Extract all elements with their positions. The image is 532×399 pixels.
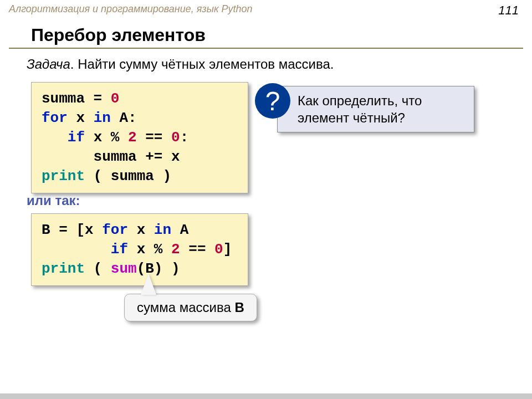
page-number: 111: [498, 3, 519, 18]
header-course: Алгоритмизация и программирование, язык …: [0, 0, 532, 15]
question-mark-icon: ?: [255, 83, 290, 119]
question-line-1: Как определить, что: [298, 93, 422, 108]
question-callout: Как определить, что элемент чётный?: [277, 86, 474, 132]
or-so-label: или так:: [27, 193, 80, 208]
task-label: Задача: [27, 57, 70, 71]
question-line-2: элемент чётный?: [298, 110, 405, 125]
callout-tail-icon: [141, 274, 156, 295]
callout-text: сумма массива: [137, 300, 235, 315]
slide: Алгоритмизация и программирование, язык …: [0, 0, 532, 393]
code-block-1: summa = 0 for x in A: if x % 2 == 0: sum…: [31, 82, 248, 193]
task-line: Задача. Найти сумму чётных элементов мас…: [0, 49, 532, 72]
slide-title: Перебор элементов: [9, 15, 523, 49]
task-text: . Найти сумму чётных элементов массива.: [70, 57, 334, 71]
callout-box: сумма массива B: [124, 294, 257, 321]
callout-var: B: [235, 300, 244, 315]
code-block-2: B = [x for x in A if x % 2 == 0] print (…: [31, 213, 248, 286]
